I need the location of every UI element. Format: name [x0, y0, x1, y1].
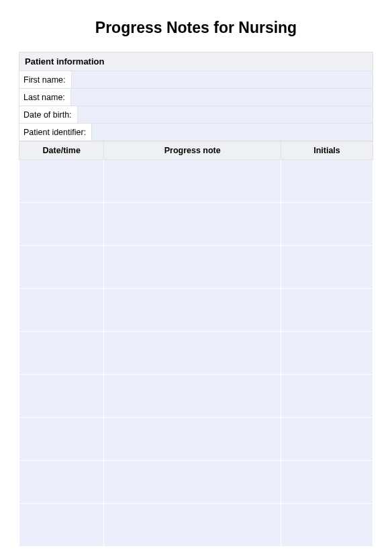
cell-note[interactable]: [104, 461, 281, 504]
cell-datetime[interactable]: [19, 332, 104, 375]
cell-note[interactable]: [104, 332, 281, 375]
cell-note[interactable]: [104, 418, 281, 461]
header-initials: Initials: [281, 142, 373, 160]
cell-datetime[interactable]: [19, 461, 104, 504]
cell-datetime[interactable]: [19, 160, 104, 203]
cell-datetime[interactable]: [19, 504, 104, 547]
cell-datetime[interactable]: [19, 375, 104, 418]
identifier-row: Patient identifier:: [19, 124, 373, 141]
cell-note[interactable]: [104, 246, 281, 289]
dob-label: Date of birth:: [19, 106, 78, 123]
cell-datetime[interactable]: [19, 246, 104, 289]
table-row: [19, 160, 373, 203]
table-row: [19, 504, 373, 547]
last-name-value[interactable]: [71, 89, 373, 105]
cell-note[interactable]: [104, 203, 281, 246]
first-name-label: First name:: [19, 71, 72, 88]
dob-value[interactable]: [78, 106, 373, 123]
page-title: Progress Notes for Nursing: [19, 19, 373, 37]
patient-info-header: Patient information: [19, 52, 373, 71]
table-row: [19, 461, 373, 504]
last-name-label: Last name:: [19, 89, 71, 105]
cell-initials[interactable]: [281, 375, 373, 418]
cell-initials[interactable]: [281, 289, 373, 332]
identifier-value[interactable]: [92, 124, 373, 140]
cell-initials[interactable]: [281, 332, 373, 375]
table-row: [19, 246, 373, 289]
cell-note[interactable]: [104, 160, 281, 203]
notes-tbody: [19, 160, 373, 547]
cell-initials[interactable]: [281, 504, 373, 547]
cell-initials[interactable]: [281, 203, 373, 246]
progress-notes-table: Date/time Progress note Initials: [19, 141, 373, 547]
cell-initials[interactable]: [281, 246, 373, 289]
table-row: [19, 418, 373, 461]
cell-datetime[interactable]: [19, 203, 104, 246]
table-row: [19, 332, 373, 375]
first-name-row: First name:: [19, 71, 373, 89]
identifier-label: Patient identifier:: [19, 124, 92, 140]
cell-initials[interactable]: [281, 418, 373, 461]
cell-note[interactable]: [104, 375, 281, 418]
cell-initials[interactable]: [281, 160, 373, 203]
cell-datetime[interactable]: [19, 418, 104, 461]
dob-row: Date of birth:: [19, 106, 373, 124]
header-note: Progress note: [104, 142, 281, 160]
first-name-value[interactable]: [72, 71, 373, 88]
cell-datetime[interactable]: [19, 289, 104, 332]
cell-note[interactable]: [104, 289, 281, 332]
cell-initials[interactable]: [281, 461, 373, 504]
cell-note[interactable]: [104, 504, 281, 547]
table-row: [19, 375, 373, 418]
table-row: [19, 203, 373, 246]
header-datetime: Date/time: [19, 142, 104, 160]
last-name-row: Last name:: [19, 89, 373, 106]
table-row: [19, 289, 373, 332]
